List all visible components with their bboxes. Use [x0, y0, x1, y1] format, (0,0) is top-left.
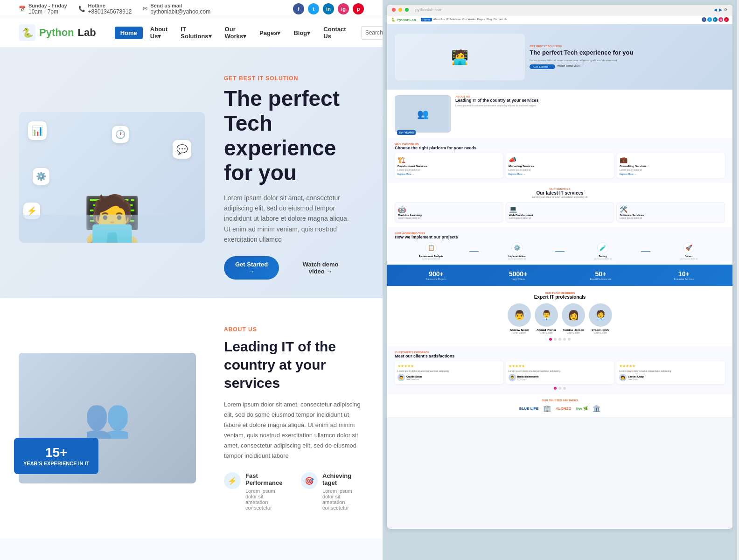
top-bar: 📅 Sunday - Friday 10am - 7pm 📞 Hotline +… [0, 0, 383, 18]
logo-lab-text: Lab [78, 27, 96, 39]
mini-stat-label-1: Happy Clients [509, 278, 527, 280]
mini-logo: 🐍 PythonLab [391, 18, 416, 22]
mini-step-icon-3: 🚀 [683, 242, 694, 253]
mini-why-cards: 🏗️ Development Services Lorem ipsum dolo… [395, 153, 725, 178]
pinterest-link[interactable]: p [353, 3, 364, 14]
about-image-container: 👥 15+ YEAR'S EXPERIENCE IN IT [19, 353, 196, 483]
mini-why-icon-1: 🏗️ [397, 156, 500, 163]
mini-stars-0: ★★★★★ [397, 364, 501, 368]
mini-hero-tag: GET BEST IT SOLUTION [530, 45, 725, 48]
nav-it-solutions[interactable]: IT Solutions▾ [175, 23, 217, 42]
mini-hero: 🧑‍💻 GET BEST IT SOLUTION The perfect Tec… [387, 24, 732, 90]
mini-nav-works: Our Works [462, 18, 476, 21]
performance-icon: ⚡ [224, 472, 241, 489]
mini-t-dot-3 [563, 387, 566, 390]
mini-why-card-1: 🏗️ Development Services Lorem ipsum dolo… [395, 153, 503, 178]
mini-why-desc-3: Lorem ipsum dolor sit [620, 168, 722, 171]
target-icon: 🎯 [301, 472, 318, 489]
mini-navbar: 🐍 PythonLab Home About Us IT Solutions O… [387, 15, 732, 24]
mini-partners-tag: OUR TRUSTED PARTNERS [395, 399, 725, 402]
mini-stars-2: ★★★★★ [619, 364, 722, 368]
mini-t-avatar-1: 👨‍💼 [509, 374, 516, 381]
mini-hero-btns: Get Started → Watch demo video → [530, 64, 725, 69]
feature-target: 🎯 Achieving taget Lorem ipsum dolor sit … [301, 472, 364, 511]
hours-item: 📅 Sunday - Friday 10am - 7pm [19, 3, 67, 15]
calendar-icon: 📅 [19, 6, 26, 12]
mini-stat-2: 50+ Expert Professionals [590, 270, 612, 280]
nav-blog[interactable]: Blog▾ [288, 27, 316, 39]
mini-svc-desc-2: Lorem ipsum dolor sit [620, 217, 722, 219]
mini-t-role-2: Lead Expert [628, 378, 643, 380]
mini-hero-text: GET BEST IT SOLUTION The perfect Tech ex… [530, 45, 725, 69]
mini-about-img: 👥 15+ YEARS [395, 95, 451, 133]
mini-stats: 900+ Successful Projects 5000+ Happy Cli… [387, 265, 732, 286]
mini-t-author-2: 🧑 Samuel Krasp Lead Expert [619, 374, 722, 381]
mail-value: pythonlabit@yahoo.com [150, 8, 210, 15]
mini-t-author-0: 👨 Cradifit Sitton Web Developer [397, 374, 501, 381]
nav-our-works[interactable]: Our Works▾ [219, 23, 252, 42]
mini-step-0: 📋 Requirement Analysis Lorem ipsum dolor… [395, 242, 467, 260]
mini-svc-2: 🛠️ Software Services Lorem ipsum dolor s… [616, 202, 725, 223]
top-bar-left: 📅 Sunday - Friday 10am - 7pm 📞 Hotline +… [19, 3, 210, 15]
mini-t-name-1: Harold Helmsworth [517, 375, 539, 378]
about-section: 👥 15+ YEAR'S EXPERIENCE IN IT ABOUT US L… [0, 298, 383, 539]
nav-home[interactable]: Home [115, 27, 143, 39]
linkedin-link[interactable]: in [323, 3, 334, 14]
nav-pages[interactable]: Pages▾ [254, 27, 286, 39]
mini-stat-num-3: 10+ [674, 270, 694, 278]
instagram-link[interactable]: ig [338, 3, 349, 14]
hotline-item: 📞 Hotline +8801345678912 [78, 3, 132, 15]
mini-connector-0 [469, 251, 479, 252]
preview-browser: pythonlab.com ◀ ▶ ⟳ 🐍 PythonLab Home Abo… [387, 5, 732, 529]
mini-services-grid: 🤖 Machine Learning Lorem ipsum dolor sit… [395, 202, 725, 223]
mini-role-0: Chief Expert [508, 331, 531, 334]
mini-t-1: ★★★★★ Lorem ipsum dolor sit amet consect… [506, 361, 614, 384]
twitter-link[interactable]: t [308, 3, 319, 14]
facebook-link[interactable]: f [293, 3, 304, 14]
mini-step-icon-1: ⚙️ [511, 242, 523, 253]
mini-dot-5 [568, 338, 571, 341]
about-description: Lorem ipsum dolor sit amet, consectetur … [224, 399, 364, 462]
mini-svc-icon-0: 🤖 [398, 205, 500, 213]
browser-content: 🐍 PythonLab Home About Us IT Solutions O… [387, 15, 732, 529]
mini-stat-num-0: 900+ [426, 270, 446, 278]
mini-tw: t [707, 17, 712, 22]
mini-t-text-0: Lorem ipsum dolor sit amet consectetur a… [397, 370, 501, 372]
mini-stat-3: 10+ Extensive Services [674, 270, 694, 280]
mini-about: 👥 15+ YEARS ABOUT US Leading IT of the c… [387, 90, 732, 138]
browser-nav-1: ◀ [714, 7, 717, 12]
hero-illustration: 📊 💬 ⚡ 🕐 ⚙️ 🧑‍💻 [19, 112, 205, 252]
feature-target-desc: Lorem ipsum dolor sit ametation consecte… [322, 488, 364, 511]
hero-content: GET BEST IT SOLUTION The perfect Tech ex… [205, 66, 364, 298]
browser-bar: pythonlab.com ◀ ▶ ⟳ [387, 5, 732, 15]
mini-why-title-3: Consulting Services [620, 165, 722, 168]
mini-partner-4: 🏛️ [593, 405, 600, 412]
mini-member-0: 👨 Andrew Negel Chief Expert [508, 303, 531, 334]
mini-about-content: ABOUT US Leading IT of the country at yo… [455, 95, 725, 133]
mini-hero-title: The perfect Tech experience for you [530, 49, 725, 56]
mini-why-title-1: Development Services [397, 165, 500, 168]
mini-testimonial-title: Meet our client's satisfactions [395, 354, 725, 358]
mini-nav-contact: Contact Us [493, 18, 507, 21]
social-links: f t in ig p [293, 3, 364, 14]
about-placeholder-icon: 👥 [84, 396, 131, 440]
mini-stat-1: 5000+ Happy Clients [509, 270, 527, 280]
mini-step-desc-1: Lorem ipsum dolor sit [481, 258, 553, 260]
nav-contact[interactable]: Contact Us [318, 23, 351, 42]
mini-svc-0: 🤖 Machine Learning Lorem ipsum dolor sit [395, 202, 503, 223]
mini-nav-blog: Blog [486, 18, 492, 21]
navbar: 🐍 PythonLab Home About Us▾ IT Solutions▾… [0, 18, 383, 47]
nav-about[interactable]: About Us▾ [145, 23, 174, 42]
mini-svc-icon-1: 💻 [509, 205, 611, 213]
get-started-button[interactable]: Get Started → [224, 256, 279, 280]
mini-team: OUR TEAM MEMBERS Expert IT professionals… [387, 286, 732, 346]
brand-logo[interactable]: 🐍 PythonLab [19, 24, 96, 41]
mini-step-icon-0: 📋 [425, 242, 437, 253]
mini-why-icon-2: 📣 [509, 156, 611, 163]
mini-why-link-1: Explore More → [397, 173, 500, 175]
mini-stat-num-1: 5000+ [509, 270, 527, 278]
mini-hero-img: 🧑‍💻 [395, 34, 525, 80]
watch-demo-button[interactable]: Watch demo video → [286, 256, 355, 280]
hero-desk [19, 215, 205, 243]
mini-role-1: Chief Expert [535, 331, 558, 334]
